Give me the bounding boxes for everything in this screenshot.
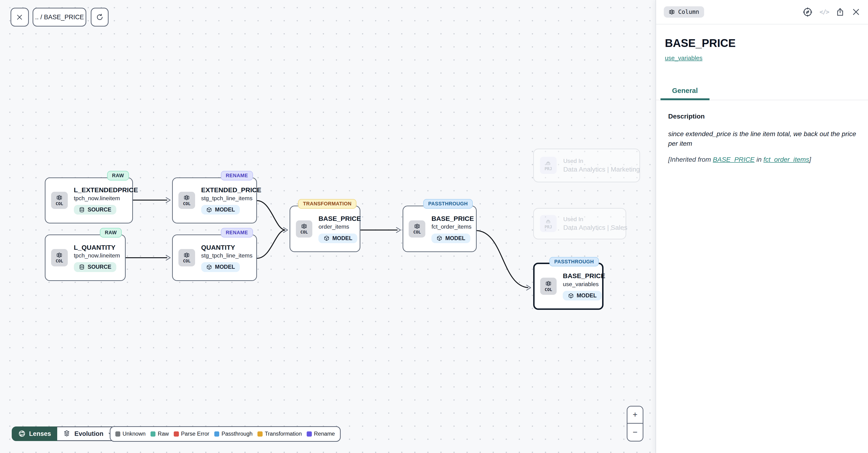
panel-title-block: BASE_PRICE use_variables (656, 24, 868, 62)
used-in-label: Used In (563, 158, 640, 164)
node-base-price-order-items[interactable]: TRANSFORMATION COL BASE_PRICE order_item… (289, 206, 361, 252)
model-link[interactable]: use_variables (665, 54, 703, 62)
breadcrumb-label: .. / BASE_PRICE (35, 13, 84, 21)
cube-icon (323, 235, 330, 241)
used-in-card-sales[interactable]: PRJ Used In Data Analytics | Sales (533, 208, 626, 239)
legend-swatch (151, 431, 155, 436)
legend: Unknown Raw Parse Error Passthrough Tran… (110, 426, 341, 442)
derivation-badge: TRANSFORMATION (298, 199, 356, 209)
col-label: COL (413, 230, 421, 234)
col-label: COL (183, 259, 190, 263)
aperture-icon (18, 430, 26, 437)
derivation-badge: RAW (107, 171, 129, 180)
col-label: COL (183, 201, 190, 206)
projects-icon (545, 160, 551, 166)
column-type-chip: COL (179, 249, 195, 266)
lens-value: Evolution (74, 430, 103, 437)
column-icon (184, 195, 190, 201)
used-in-label: Used In (563, 216, 627, 223)
legend-item-raw: Raw (151, 431, 169, 437)
zoom-control: + − (627, 406, 643, 442)
refresh-button[interactable] (91, 8, 108, 27)
legend-swatch (115, 431, 120, 436)
node-title: EXTENDED_PRICE (201, 186, 256, 194)
cube-icon (206, 207, 212, 213)
column-icon (184, 252, 190, 258)
zoom-out-button[interactable]: − (627, 424, 643, 441)
node-extended-price[interactable]: RENAME COL EXTENDED_PRICE stg_tpch_line_… (172, 177, 257, 223)
inherited-column-link[interactable]: BASE_PRICE (713, 155, 754, 163)
column-icon (669, 9, 675, 15)
compass-icon (802, 7, 813, 17)
node-subtitle: fct_order_items (431, 223, 474, 230)
node-subtitle: stg_tpch_line_items (201, 252, 252, 259)
details-panel: Column </> BASE_PRICE use_variables Gene… (656, 0, 868, 453)
column-icon (301, 223, 307, 229)
node-title: BASE_PRICE (318, 215, 360, 223)
projects-icon (545, 218, 551, 224)
kind-badge: MODEL (563, 291, 602, 301)
lineage-canvas[interactable]: .. / BASE_PRICE RAW COL L_EXTENDEDPRICE … (0, 0, 656, 453)
inherited-model-link[interactable]: fct_order_items (764, 155, 809, 163)
zoom-in-button[interactable]: + (627, 406, 643, 424)
close-panel-button[interactable] (851, 7, 861, 17)
database-icon (79, 207, 85, 213)
breadcrumb[interactable]: .. / BASE_PRICE (33, 8, 86, 27)
kind-badge: SOURCE (74, 205, 116, 215)
description-heading: Description (668, 112, 858, 120)
node-subtitle: order_items (318, 223, 360, 230)
legend-swatch (257, 431, 262, 436)
node-l-quantity[interactable]: RAW COL L_QUANTITY tpch_now.lineitem SOU… (45, 234, 126, 281)
node-title: L_EXTENDEDPRICE (74, 186, 132, 194)
used-in-card-marketing[interactable]: PRJ Used In Data Analytics | Marketing (533, 148, 640, 182)
column-type-chip: COL (51, 192, 68, 209)
lenses-label: Lenses (29, 430, 51, 437)
node-subtitle: tpch_now.lineitem (74, 195, 132, 202)
close-icon (16, 13, 23, 21)
column-type-chip: COL (540, 278, 557, 295)
panel-tabs: General (656, 82, 868, 100)
column-type-chip: COL (179, 192, 195, 209)
used-in-name: Data Analytics | Marketing (563, 166, 640, 173)
column-type-chip: COL (296, 220, 313, 237)
prj-label: PRJ (545, 166, 552, 171)
share-icon (835, 7, 845, 17)
col-label: COL (56, 259, 63, 263)
description-text: since extended_price is the line item to… (668, 129, 858, 148)
col-label: COL (300, 230, 308, 234)
refresh-icon (96, 13, 104, 21)
derivation-badge: RAW (100, 228, 122, 237)
close-lineage-button[interactable] (10, 8, 29, 27)
column-type-chip: COL (51, 249, 68, 266)
node-base-price-fct-order-items[interactable]: PASSTHROUGH COL BASE_PRICE fct_order_ite… (403, 206, 477, 252)
legend-swatch (214, 431, 219, 436)
project-type-chip: PRJ (540, 157, 557, 174)
derivation-badge: PASSTHROUGH (549, 257, 599, 266)
col-label: COL (56, 201, 63, 206)
cube-icon (568, 293, 574, 299)
legend-swatch (174, 431, 179, 436)
node-l-extendedprice[interactable]: RAW COL L_EXTENDEDPRICE tpch_now.lineite… (45, 177, 133, 223)
compass-button[interactable] (802, 7, 813, 17)
column-icon (546, 281, 552, 287)
tab-general[interactable]: General (660, 82, 710, 100)
node-quantity[interactable]: RENAME COL QUANTITY stg_tpch_line_items … (172, 234, 257, 281)
node-base-price-use-variables[interactable]: PASSTHROUGH COL BASE_PRICE use_variables… (533, 263, 603, 310)
kind-badge: MODEL (201, 205, 240, 215)
derivation-badge: RENAME (221, 171, 253, 180)
description-section: Description since extended_price is the … (656, 100, 868, 163)
node-title: BASE_PRICE (563, 272, 602, 280)
column-icon (414, 223, 420, 229)
lenses-button[interactable]: Lenses (12, 426, 57, 441)
kind-badge: MODEL (318, 233, 357, 243)
lens-control: Lenses Evolution (11, 426, 120, 442)
inherited-note: [Inherited from BASE_PRICE in fct_order_… (668, 155, 858, 163)
share-button[interactable] (835, 7, 845, 17)
column-icon (56, 252, 62, 258)
entity-type-chip: Column (664, 6, 704, 18)
code-view-button[interactable]: </> (819, 8, 829, 16)
used-in-name: Data Analytics | Sales (563, 224, 627, 231)
legend-item-rename: Rename (307, 431, 335, 437)
panel-title: BASE_PRICE (665, 37, 859, 50)
legend-item-passthrough: Passthrough (214, 431, 252, 437)
